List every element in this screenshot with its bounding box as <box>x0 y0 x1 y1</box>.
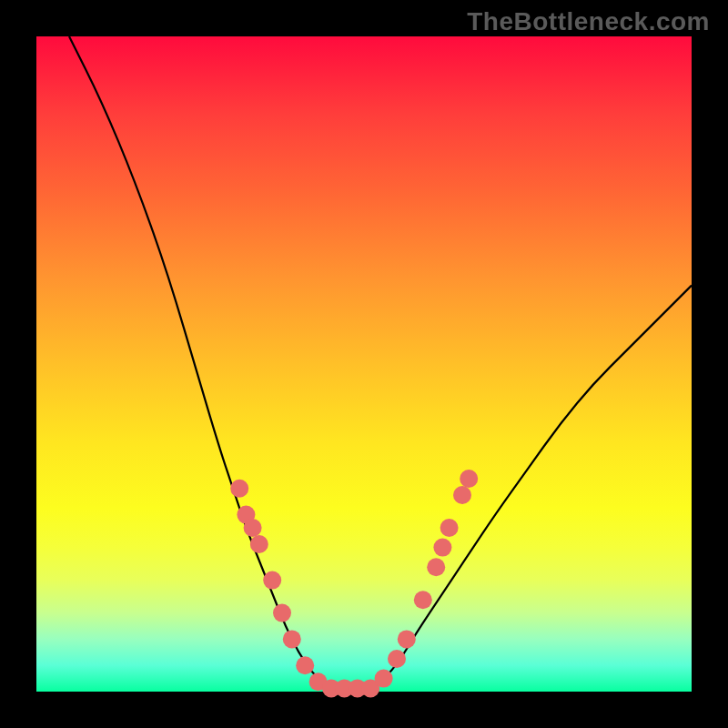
data-marker <box>388 650 406 668</box>
data-marker <box>375 670 393 688</box>
data-marker <box>273 604 291 622</box>
data-marker <box>296 656 314 674</box>
data-marker <box>414 591 432 609</box>
data-marker <box>460 470 478 488</box>
watermark-text: TheBottleneck.com <box>467 7 710 36</box>
data-marker <box>283 630 301 648</box>
data-marker <box>398 630 416 648</box>
marker-group <box>230 470 478 697</box>
data-marker <box>440 519 459 537</box>
chart-frame: TheBottleneck.com <box>0 0 728 728</box>
data-marker <box>230 480 248 498</box>
data-marker <box>250 535 268 553</box>
data-marker <box>427 558 445 576</box>
data-marker <box>433 539 451 557</box>
data-marker <box>453 486 471 504</box>
bottleneck-curve <box>69 36 692 692</box>
data-marker <box>263 571 281 590</box>
chart-overlay <box>36 36 692 692</box>
data-marker <box>244 519 262 537</box>
